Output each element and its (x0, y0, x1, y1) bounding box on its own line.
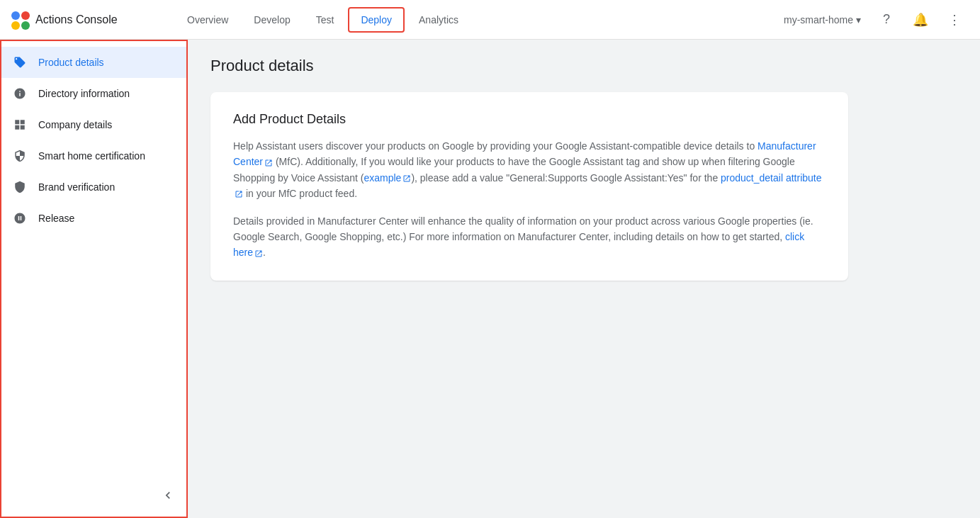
dot-red (21, 11, 30, 20)
top-navigation: Actions Console Overview Develop Test De… (0, 0, 980, 40)
dropdown-icon: ▾ (856, 14, 861, 26)
main-content: Product details Add Product Details Help… (188, 40, 980, 518)
project-selector[interactable]: my-smart-home ▾ (778, 9, 867, 31)
para2-text2: . (263, 247, 266, 258)
logo-area: Actions Console (11, 11, 153, 28)
sidebar-collapse-button[interactable] (1, 480, 186, 511)
sidebar-item-smart-home-certification[interactable]: Smart home certification (1, 140, 186, 171)
dot-blue (11, 11, 20, 20)
sidebar-item-company-details[interactable]: Company details (1, 109, 186, 140)
ext-link-icon-1 (264, 159, 273, 167)
sidebar-item-product-details[interactable]: Product details (1, 47, 186, 78)
page-title: Product details (210, 57, 957, 75)
nav-right: my-smart-home ▾ ? 🔔 ⋮ (778, 6, 969, 34)
sidebar-label-release: Release (38, 213, 74, 224)
product-detail-attribute-link[interactable]: product_detail attribute (721, 172, 821, 184)
notifications-button[interactable]: 🔔 (906, 6, 935, 34)
nav-deploy-container: Deploy (348, 0, 405, 40)
card-title: Add Product Details (233, 112, 826, 127)
nav-deploy[interactable]: Deploy (348, 7, 405, 33)
sidebar-item-brand-verification[interactable]: Brand verification (1, 171, 186, 203)
dot-yellow (11, 21, 20, 30)
badge-icon (13, 149, 27, 163)
ext-link-icon-3 (235, 190, 243, 198)
ext-link-icon-4 (254, 249, 263, 258)
sidebar-label-product-details: Product details (38, 57, 104, 68)
sidebar: Product details Directory information Co… (0, 40, 188, 518)
para2-text1: Details provided in Manufacturer Center … (233, 215, 813, 242)
sidebar-item-release[interactable]: Release (1, 203, 186, 234)
sidebar-label-smart-home-certification: Smart home certification (38, 150, 145, 162)
nav-links: Overview Develop Test Deploy Analytics (176, 0, 778, 40)
tag-icon (13, 55, 27, 69)
main-layout: Product details Directory information Co… (0, 40, 980, 518)
sidebar-label-brand-verification: Brand verification (38, 181, 115, 193)
google-logo (11, 11, 28, 28)
sidebar-item-directory-information[interactable]: Directory information (1, 78, 186, 109)
more-options-button[interactable]: ⋮ (940, 6, 969, 34)
sidebar-label-directory-information: Directory information (38, 88, 130, 99)
grid-icon (13, 118, 27, 132)
example-link[interactable]: example (364, 172, 401, 184)
para1-text1: Help Assistant users discover your produ… (233, 140, 757, 152)
card-paragraph-1: Help Assistant users discover your produ… (233, 138, 826, 202)
product-details-card: Add Product Details Help Assistant users… (210, 92, 848, 281)
para1-text3: ), please add a value "General:Supports … (411, 172, 721, 184)
app-name: Actions Console (35, 13, 118, 26)
nav-develop[interactable]: Develop (242, 0, 301, 40)
project-name: my-smart-home (784, 14, 853, 26)
rocket-icon (13, 211, 27, 225)
shield-icon (13, 180, 27, 194)
nav-test[interactable]: Test (305, 0, 346, 40)
dot-green (21, 21, 30, 30)
card-paragraph-2: Details provided in Manufacturer Center … (233, 213, 826, 261)
para1-text4: in your MfC product feed. (243, 188, 357, 199)
help-button[interactable]: ? (872, 6, 901, 34)
sidebar-label-company-details: Company details (38, 119, 112, 130)
ext-link-icon-2 (402, 174, 411, 183)
info-icon (13, 86, 27, 101)
nav-analytics[interactable]: Analytics (407, 0, 470, 40)
nav-overview[interactable]: Overview (176, 0, 240, 40)
